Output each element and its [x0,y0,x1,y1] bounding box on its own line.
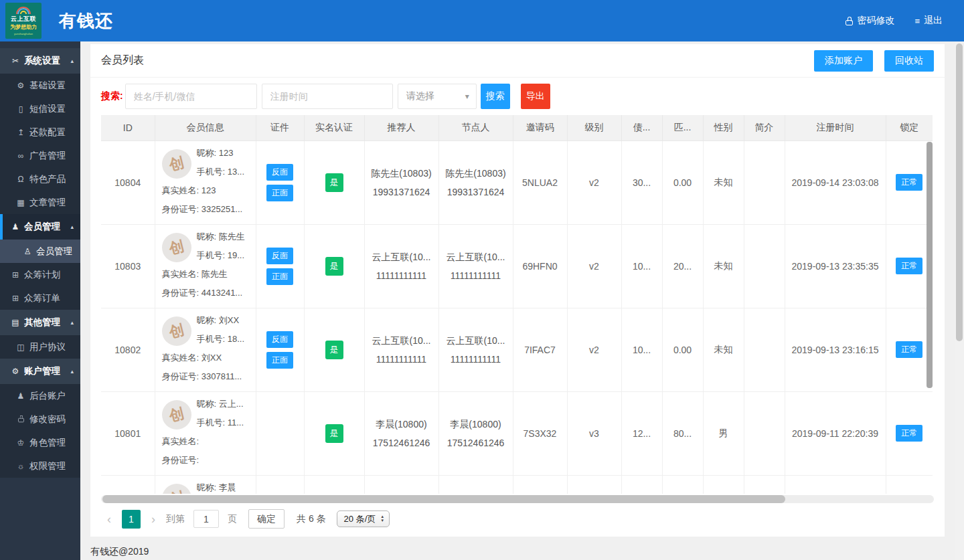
user-icon: ♟ [9,222,21,231]
sidebar-group-system-settings[interactable]: ✂ 系统设置 ▴ [0,48,80,74]
col-member-info: 会员信息 [155,115,256,141]
logout-link[interactable]: ≡ 退出 [914,15,943,27]
sidebar-group-other-management[interactable]: ▤ 其他管理 ▴ [0,310,80,335]
sidebar-item-crowdfunding-orders[interactable]: ⊞ 众筹订单 [0,286,80,310]
footer-copyright: 有钱还@2019 [80,537,964,560]
table-row: 10803 创 昵称: 陈先生 手机号: 19... 真实姓名: 陈先生 身份证… [101,224,933,308]
sidebar-item-role-management[interactable]: ♔ 角色管理 [0,431,80,454]
avatar: 创 [162,149,191,179]
users-icon: ♟ [15,391,27,401]
grid-icon: ⊞ [9,294,21,303]
sidebar-item-backend-accounts[interactable]: ♟ 后台账户 [0,384,80,407]
app-title: 有钱还 [59,9,113,33]
collapse-arrow-icon: ▴ [68,58,74,64]
goto-label: 到第 [166,513,185,525]
page-title: 会员列表 [101,54,144,68]
gear-icon: ⚙ [9,367,21,376]
member-list-card: 会员列表 添加账户 回收站 搜索: 请选择 ▾ 搜索 导出 [90,44,945,537]
change-password-link[interactable]: 密码修改 [846,15,894,27]
gear-icon: ⚙ [15,81,27,90]
register-time-input[interactable] [262,84,393,109]
pagination: ‹ 1 › 到第 页 确定 共 6 条 20 条/页 ▲ ▼ [90,503,945,537]
cert-back-button[interactable]: 反面 [266,164,293,181]
sidebar-item-change-password[interactable]: 修改密码 [0,407,80,431]
add-account-button[interactable]: 添加账户 [814,50,873,72]
page-number-input[interactable] [193,510,219,528]
grid-icon: ⊞ [9,270,21,280]
search-button[interactable]: 搜索 [481,84,510,109]
book-icon: ◫ [15,343,27,352]
sidebar-item-member-management[interactable]: ♙ 会员管理 [0,240,80,263]
page-unit-label: 页 [228,513,237,525]
mobile-icon: ▯ [15,104,27,114]
lock-status-badge[interactable]: 正常 [896,174,922,191]
total-count-label: 共 6 条 [297,513,326,525]
lock-status-badge[interactable]: 正常 [896,341,922,358]
lock-status-badge[interactable]: 正常 [896,425,922,442]
confirm-page-button[interactable]: 确定 [248,509,285,529]
verified-badge: 是 [325,424,343,443]
keyword-input[interactable] [125,84,257,109]
member-table: ID 会员信息 证件 实名认证 推荐人 节点人 邀请码 级别 债... 匹...… [101,115,934,494]
logout-icon: ≡ [914,17,920,25]
sidebar-group-account-management[interactable]: ⚙ 账户管理 ▴ [0,359,80,384]
page-scrollbar-track [955,41,964,560]
col-intro: 简介 [744,115,785,141]
sidebar-group-member-management[interactable]: ♟ 会员管理 ▴ [0,214,80,240]
table-vertical-scrollbar[interactable] [927,142,933,388]
sidebar-item-repayment-config[interactable]: ↥ 还款配置 [0,120,80,144]
table-horizontal-scrollbar[interactable] [102,495,785,503]
table-horizontal-scrollbar-track [101,495,934,503]
table-row: 10804 创 昵称: 123 手机号: 13... 真实姓名: 123 身份证… [101,141,933,224]
sidebar-item-sms-settings[interactable]: ▯ 短信设置 [0,97,80,120]
cert-front-button[interactable]: 正面 [266,352,293,369]
cert-back-button[interactable]: 反面 [266,331,293,348]
table-row: 10802 创 昵称: 刘XX 手机号: 18... 真实姓名: 刘XX 身份证… [101,308,933,391]
page-scrollbar[interactable] [956,43,963,341]
sidebar-item-article-management[interactable]: ▦ 文章管理 [0,191,80,214]
avatar: 创 [162,316,191,346]
col-certificate: 证件 [256,115,304,141]
sidebar-item-crowdfunding-plan[interactable]: ⊞ 众筹计划 [0,263,80,286]
page-size-select[interactable]: 20 条/页 ▲ ▼ [337,510,390,527]
next-page-icon[interactable]: › [145,513,161,525]
avatar: 创 [162,484,191,494]
col-gender: 性别 [703,115,744,141]
search-label: 搜索: [101,90,123,102]
sidebar-item-basic-settings[interactable]: ⚙ 基础设置 [0,74,80,97]
settings-icon: ☼ [15,462,27,471]
recycle-bin-button[interactable]: 回收站 [884,50,934,72]
sidebar-item-permission-management[interactable]: ☼ 权限管理 [0,454,80,478]
lock-status-badge[interactable]: 正常 [896,258,922,274]
cert-front-button[interactable]: 正面 [266,185,293,201]
chevron-down-icon: ▾ [465,92,469,101]
table-row-partial: 创 昵称: 李晨 [101,475,933,494]
table-row: 10801 创 昵称: 云上... 手机号: 11... 真实姓名: 身份证号: [101,391,933,475]
sidebar-item-user-agreement[interactable]: ◫ 用户协议 [0,335,80,359]
sidebar-nav: ✂ 系统设置 ▴ ⚙ 基础设置 ▯ 短信设置 ↥ 还款配置 ∞ 广告管理 Ω 特… [0,41,80,560]
col-register-time: 注册时间 [785,115,886,141]
person-icon: ♙ [21,247,33,256]
verified-badge: 是 [325,173,343,192]
sidebar-item-featured-products[interactable]: Ω 特色产品 [0,167,80,191]
app-logo: 云上互联 为梦想助力 yunshanghulian [5,3,42,39]
document-icon: ▤ [9,318,21,327]
filter-select[interactable]: 请选择 ▾ [398,84,477,109]
collapse-arrow-icon: ▴ [68,368,74,375]
rainbow-icon [15,6,31,14]
verified-badge: 是 [325,341,343,359]
sidebar-item-ad-management[interactable]: ∞ 广告管理 [0,144,80,167]
export-button[interactable]: 导出 [521,84,550,109]
prev-page-icon[interactable]: ‹ [101,513,117,525]
logo-pinyin: yunshanghulian [14,32,33,35]
logo-text: 云上互联 [11,15,36,23]
lock-icon [846,20,853,25]
col-lock: 锁定 [886,115,933,141]
current-page-button[interactable]: 1 [122,510,141,529]
logo-slogan: 为梦想助力 [10,23,37,31]
verified-badge: 是 [325,257,343,276]
cert-front-button[interactable]: 正面 [266,268,293,285]
col-match: 匹... [662,115,703,141]
cert-back-button[interactable]: 反面 [266,248,293,264]
tools-icon: ✂ [9,56,21,66]
